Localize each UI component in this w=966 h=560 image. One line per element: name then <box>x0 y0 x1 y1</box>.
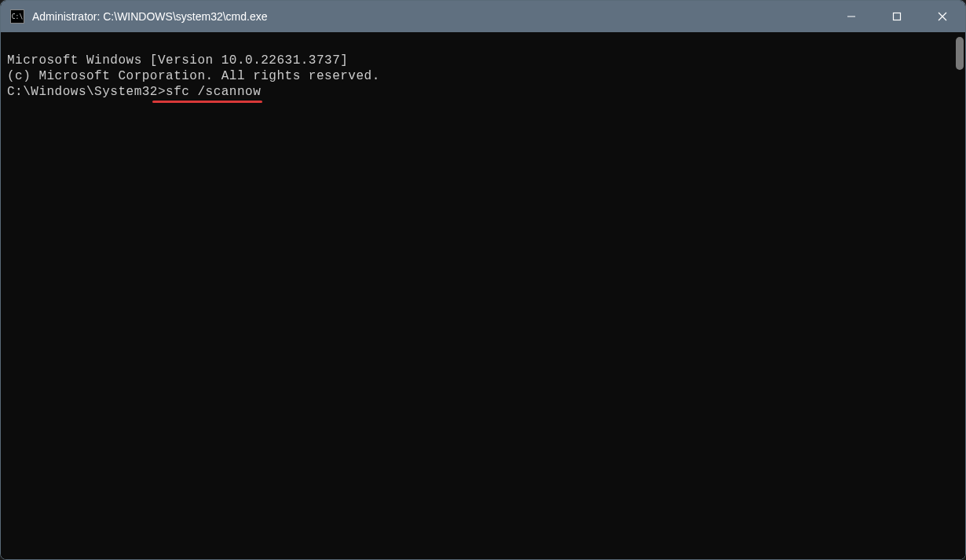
console-area[interactable]: Microsoft Windows [Version 10.0.22631.37… <box>1 32 965 559</box>
console-command-input[interactable]: sfc /scannow <box>166 85 261 99</box>
window-title: Administrator: C:\WINDOWS\system32\cmd.e… <box>32 10 829 23</box>
close-icon <box>938 12 947 21</box>
scrollbar-track[interactable] <box>953 32 965 559</box>
minimize-button[interactable] <box>829 1 874 32</box>
console-prompt: C:\Windows\System32> <box>7 85 166 99</box>
svg-rect-1 <box>894 13 901 20</box>
minimize-icon <box>847 12 856 21</box>
console-prompt-line: C:\Windows\System32>sfc /scannow <box>7 84 261 100</box>
maximize-icon <box>892 12 902 21</box>
console-output-line: (c) Microsoft Corporation. All rights re… <box>7 68 946 84</box>
close-button[interactable] <box>920 1 965 32</box>
maximize-button[interactable] <box>874 1 920 32</box>
cmd-app-icon: C:\ <box>10 9 24 24</box>
scrollbar-thumb[interactable] <box>956 37 964 70</box>
window-controls <box>829 1 965 32</box>
cmd-window: C:\ Administrator: C:\WINDOWS\system32\c… <box>0 0 966 560</box>
console-output-line: Microsoft Windows [Version 10.0.22631.37… <box>7 53 946 68</box>
titlebar[interactable]: C:\ Administrator: C:\WINDOWS\system32\c… <box>1 1 965 32</box>
console-content[interactable]: Microsoft Windows [Version 10.0.22631.37… <box>1 32 953 559</box>
annotation-underline <box>152 101 262 103</box>
